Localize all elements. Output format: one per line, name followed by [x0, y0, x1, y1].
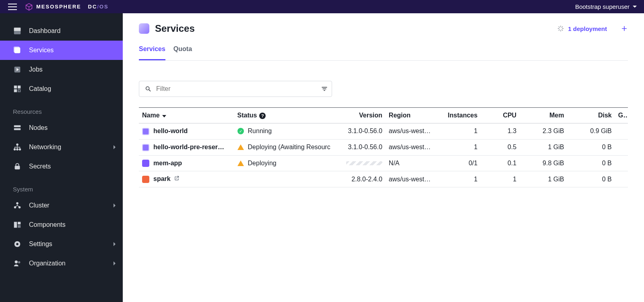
cell-instances: 1: [442, 123, 481, 140]
cell-name[interactable]: spark: [139, 171, 234, 187]
sidebar-item-label: Services: [29, 47, 54, 54]
cell-mem: 2.3 GiB: [520, 123, 567, 140]
col-header-disk[interactable]: Disk: [567, 108, 615, 123]
lock-icon: [13, 162, 22, 171]
gear-icon: [13, 240, 22, 249]
brand-prefix: MESOSPHERE: [36, 4, 81, 10]
services-icon: [13, 46, 22, 55]
svg-point-17: [16, 202, 19, 205]
sidebar-item-label: Networking: [29, 144, 61, 151]
add-service-button[interactable]: [621, 25, 628, 32]
sidebar-item-label: Secrets: [29, 163, 51, 170]
sidebar-item-label: Organization: [29, 260, 66, 267]
svg-rect-20: [14, 222, 17, 228]
svg-rect-22: [18, 225, 21, 228]
service-name: hello-world-pre-reser…: [153, 144, 224, 150]
svg-line-29: [559, 27, 560, 27]
cell-gpu: [615, 139, 628, 155]
cell-status: Deploying: [234, 155, 334, 171]
sidebar-item-settings[interactable]: Settings: [0, 234, 123, 254]
sidebar-item-label: Dashboard: [29, 27, 60, 35]
cell-instances: 1: [442, 139, 481, 155]
col-header-status[interactable]: Status?: [234, 108, 334, 123]
brand-logo-icon: [25, 3, 33, 11]
sidebar-item-organization[interactable]: Organization: [0, 254, 123, 273]
sidebar-item-label: Cluster: [29, 202, 50, 209]
col-header-name[interactable]: Name: [139, 108, 234, 123]
sidebar-item-networking[interactable]: Networking: [0, 138, 123, 157]
svg-point-12: [16, 144, 19, 146]
chevron-down-icon: [633, 6, 637, 8]
cell-mem: 9.8 GiB: [520, 155, 567, 171]
svg-rect-11: [14, 128, 21, 130]
plus-icon: [621, 25, 627, 32]
sidebar-item-jobs[interactable]: Jobs: [0, 60, 123, 79]
search-icon: [145, 86, 151, 92]
svg-point-24: [16, 243, 19, 245]
filter-icon[interactable]: [321, 86, 328, 92]
table-row[interactable]: spark2.8.0-2.4.0aws/us-west…111 GiB0 B: [139, 171, 628, 187]
loading-placeholder-icon: [346, 161, 382, 165]
topbar: MESOSPHERE DC/OS Bootstrap superuser: [0, 0, 644, 13]
sidebar-item-secrets[interactable]: Secrets: [0, 157, 123, 176]
sidebar-item-nodes[interactable]: Nodes: [0, 118, 123, 138]
help-icon[interactable]: ?: [259, 113, 266, 119]
tabs: Services Quota: [139, 45, 628, 61]
svg-point-35: [146, 87, 149, 90]
menu-toggle-icon[interactable]: [8, 4, 17, 10]
sidebar-item-catalog[interactable]: Catalog: [0, 79, 123, 99]
cell-region: aws/us-west…: [386, 139, 442, 155]
cell-status: ✓Running: [234, 123, 334, 140]
status-text: Deploying (Awaiting Resourc: [248, 144, 330, 151]
col-header-gpu[interactable]: GP: [615, 108, 628, 123]
tab-services[interactable]: Services: [139, 45, 165, 60]
tab-quota[interactable]: Quota: [173, 45, 192, 60]
sidebar-item-label: Components: [29, 221, 66, 228]
col-header-cpu[interactable]: CPU: [481, 108, 520, 123]
external-link-icon[interactable]: [174, 175, 180, 181]
col-header-instances[interactable]: Instances: [442, 108, 481, 123]
spinner-icon: [557, 25, 564, 32]
cell-gpu: [615, 171, 628, 187]
cell-name[interactable]: hello-world: [139, 123, 234, 140]
filter-box: [139, 81, 332, 97]
user-menu[interactable]: Bootstrap superuser: [575, 3, 637, 10]
cell-region: N/A: [386, 155, 442, 171]
cell-name[interactable]: mem-app: [139, 155, 234, 171]
status-warning-icon: [237, 160, 244, 166]
main: Services 1 deployment Services Qu: [123, 13, 644, 302]
sidebar-item-label: Jobs: [29, 66, 43, 73]
cell-mem: 1 GiB: [520, 171, 567, 187]
cell-mem: 1 GiB: [520, 139, 567, 155]
service-type-icon: [142, 128, 149, 135]
col-header-version[interactable]: Version: [334, 108, 386, 123]
brand[interactable]: MESOSPHERE DC/OS: [25, 3, 109, 11]
service-type-icon: [142, 176, 149, 183]
sort-desc-icon: [162, 115, 166, 117]
page-title: Services: [155, 23, 195, 34]
cell-disk: 0 B: [567, 139, 615, 155]
table-row[interactable]: hello-world-pre-reser…Deploying (Awaitin…: [139, 139, 628, 155]
sidebar-item-services[interactable]: Services: [0, 41, 123, 60]
sidebar-item-dashboard[interactable]: Dashboard: [0, 21, 123, 41]
svg-rect-1: [14, 28, 21, 31]
filter-input[interactable]: [156, 85, 316, 92]
col-header-mem[interactable]: Mem: [520, 108, 567, 123]
table-row[interactable]: mem-appDeployingN/A0/10.19.8 GiB0 B: [139, 155, 628, 171]
sidebar-item-cluster[interactable]: Cluster: [0, 196, 123, 215]
svg-rect-7: [18, 86, 21, 88]
sidebar-item-components[interactable]: Components: [0, 215, 123, 234]
svg-rect-10: [14, 125, 21, 127]
deployments-link[interactable]: 1 deployment: [557, 25, 607, 32]
cell-name[interactable]: hello-world-pre-reser…: [139, 139, 234, 155]
cell-instances: 1: [442, 171, 481, 187]
status-text: Running: [248, 127, 272, 135]
svg-line-33: [559, 30, 560, 31]
sidebar-item-label: Settings: [29, 240, 52, 248]
status-warning-icon: [237, 144, 244, 150]
table-row[interactable]: hello-world✓Running3.1.0-0.56.0aws/us-we…: [139, 123, 628, 140]
cluster-icon: [13, 201, 22, 210]
components-icon: [13, 220, 22, 229]
col-header-region[interactable]: Region: [386, 108, 442, 123]
service-name: mem-app: [153, 160, 182, 166]
